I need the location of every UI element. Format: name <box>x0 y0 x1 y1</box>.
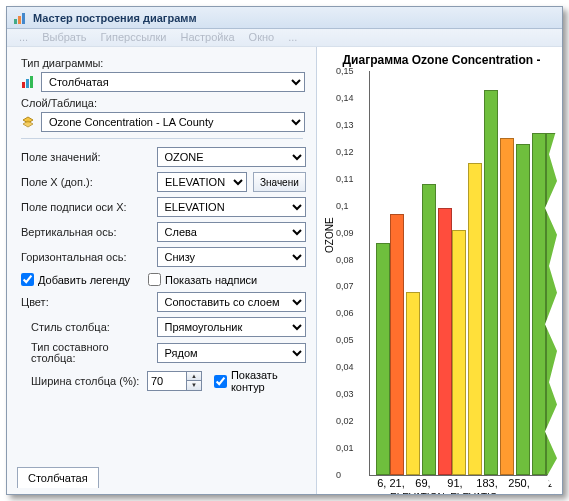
x-tick: 91, <box>440 477 470 489</box>
y-tick: 0,05 <box>336 335 354 345</box>
y-tick: 0,1 <box>336 201 349 211</box>
svg-rect-5 <box>30 76 33 88</box>
value-field-select[interactable]: OZONE <box>157 147 306 167</box>
y-tick: 0,12 <box>336 147 354 157</box>
bar-width-label: Ширина столбца (%): <box>21 376 141 387</box>
menu-item: Гиперссылки <box>100 31 166 44</box>
show-labels-checkbox[interactable]: Показать надписи <box>148 273 257 286</box>
color-select[interactable]: Сопоставить со слоем <box>157 292 306 312</box>
chart-bar <box>422 184 436 475</box>
chart-bar <box>500 138 514 475</box>
chart-bar <box>484 90 498 475</box>
svg-rect-0 <box>14 19 17 24</box>
y-tick: 0,14 <box>336 93 354 103</box>
layer-select[interactable]: Ozone Concentration - LA County <box>41 112 305 132</box>
vaxis-select[interactable]: Слева <box>157 222 306 242</box>
layer-icon <box>21 116 35 128</box>
y-tick: 0,02 <box>336 416 354 426</box>
svg-rect-3 <box>22 82 25 88</box>
chart-bar <box>390 214 404 475</box>
layer-label: Слой/Таблица: <box>21 97 306 109</box>
menu-item: ... <box>288 31 297 44</box>
value-field-label: Поле значений: <box>21 151 151 163</box>
chart-bar <box>546 133 560 475</box>
show-labels-label: Показать надписи <box>165 274 257 286</box>
chart-bar <box>468 163 482 475</box>
chart-bar <box>532 133 546 475</box>
chart-y-axis-label: OZONE <box>324 217 335 253</box>
bar-style-select[interactable]: Прямоугольник <box>157 317 306 337</box>
y-tick: 0,06 <box>336 308 354 318</box>
svg-rect-2 <box>22 13 25 24</box>
titlebar[interactable]: Мастер построения диаграмм <box>7 7 562 29</box>
bar-width-spinner[interactable]: ▲▼ <box>147 371 202 391</box>
add-legend-checkbox[interactable]: Добавить легенду <box>21 273 130 286</box>
menubar-faded: ... Выбрать Гиперссылки Настройка Окно .… <box>7 29 562 47</box>
y-tick: 0,03 <box>336 389 354 399</box>
bar-chart-icon <box>21 76 35 88</box>
x-tick: 250, <box>504 477 534 489</box>
y-tick: 0,07 <box>336 281 354 291</box>
classify-button[interactable]: Значени <box>253 172 306 192</box>
x-tick: 2 <box>536 477 562 489</box>
chart-plot-area: OZONE 6, 21,69,91,183,250,2 ELEVATION; E… <box>369 71 562 476</box>
haxis-label: Горизонтальная ось: <box>21 251 151 263</box>
chart-bar <box>452 230 466 475</box>
menu-item: Выбрать <box>42 31 86 44</box>
svg-rect-1 <box>18 16 21 24</box>
chart-bar <box>438 208 452 475</box>
y-tick: 0 <box>336 470 341 480</box>
composite-type-label: Тип составного столбца: <box>21 342 151 364</box>
bar-style-label: Стиль столбца: <box>21 321 151 333</box>
chart-bar <box>406 292 420 475</box>
spinner-down-icon[interactable]: ▼ <box>187 381 201 390</box>
form-pane: Тип диаграммы: Столбчатая Слой/Таблица: … <box>7 47 317 494</box>
chart-x-axis-label: ELEVATION; ELEVATIO <box>390 492 498 494</box>
divider <box>21 138 303 139</box>
chart-app-icon <box>13 11 27 25</box>
y-tick: 0,11 <box>336 174 354 184</box>
y-tick: 0,15 <box>336 66 354 76</box>
wizard-window: Мастер построения диаграмм ... Выбрать Г… <box>6 6 563 495</box>
chart-type-select[interactable]: Столбчатая <box>41 72 305 92</box>
tab-bar-chart[interactable]: Столбчатая <box>17 467 99 488</box>
haxis-select[interactable]: Снизу <box>157 247 306 267</box>
y-tick: 0,08 <box>336 255 354 265</box>
x-tick: 6, 21, <box>376 477 406 489</box>
color-label: Цвет: <box>21 296 151 308</box>
y-tick: 0,13 <box>336 120 354 130</box>
svg-rect-4 <box>26 79 29 88</box>
add-legend-label: Добавить легенду <box>38 274 130 286</box>
y-tick: 0,09 <box>336 228 354 238</box>
x-tick: 69, <box>408 477 438 489</box>
x-label-field-label: Поле подписи оси X: <box>21 201 151 213</box>
spinner-up-icon[interactable]: ▲ <box>187 372 201 381</box>
y-tick: 0,04 <box>336 362 354 372</box>
chart-title: Диаграмма Ozone Concentration - <box>321 53 562 67</box>
y-tick: 0,01 <box>336 443 354 453</box>
window-title: Мастер построения диаграмм <box>33 12 197 24</box>
x-field-label: Поле X (доп.): <box>21 176 151 188</box>
menu-item: ... <box>19 31 28 44</box>
menu-item: Настройка <box>180 31 234 44</box>
chart-type-label: Тип диаграммы: <box>21 57 306 69</box>
chart-preview-pane: Диаграмма Ozone Concentration - OZONE 6,… <box>317 47 562 494</box>
chart-bar <box>376 243 390 475</box>
x-field-select[interactable]: ELEVATION <box>157 172 247 192</box>
show-outline-checkbox[interactable]: Показать контур <box>214 369 306 393</box>
composite-type-select[interactable]: Рядом <box>157 343 306 363</box>
svg-marker-7 <box>23 121 33 127</box>
vaxis-label: Вертикальная ось: <box>21 226 151 238</box>
x-label-field-select[interactable]: ELEVATION <box>157 197 306 217</box>
x-tick: 183, <box>472 477 502 489</box>
chart-bar <box>516 144 530 475</box>
menu-item: Окно <box>249 31 275 44</box>
bar-width-input[interactable] <box>147 371 187 391</box>
show-outline-label: Показать контур <box>231 369 306 393</box>
